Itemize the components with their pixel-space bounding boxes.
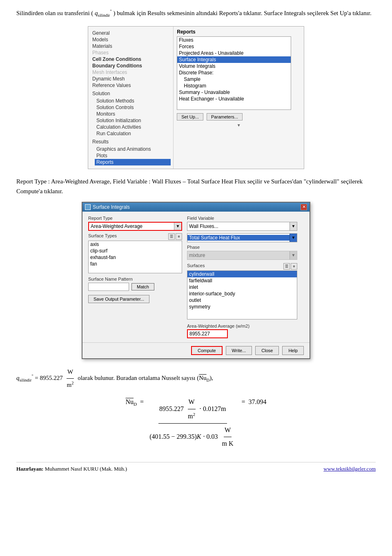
nav-materials[interactable]: Materials xyxy=(91,43,171,49)
report-histogram[interactable]: Histogram xyxy=(177,83,291,89)
footer-hazırlayan: Hazırlayan: xyxy=(16,466,43,472)
surfaces-label: Surfaces xyxy=(187,263,205,268)
parameters-button[interactable]: Parameters... xyxy=(207,113,243,121)
field-variable-sub-value: Total Surface Heat Flux xyxy=(187,235,290,241)
reports-list[interactable]: Fluxes Forces Projected Areas - Unavaila… xyxy=(177,36,291,110)
surface-type-clip-surf[interactable]: clip-surf xyxy=(89,248,182,254)
nav-solution-methods[interactable]: Solution Methods xyxy=(95,98,171,104)
setup-button[interactable]: Set Up... xyxy=(177,113,203,121)
phase-section: Phase mixture ▼ xyxy=(187,245,297,260)
surface-types-icon2[interactable]: ≡ xyxy=(176,233,182,240)
phase-arrow: ▼ xyxy=(290,251,297,259)
footer-website[interactable]: www.teknikbilgeler.com xyxy=(323,466,376,472)
bottom-scroll-indicator: ▼ xyxy=(177,123,301,127)
nav-reference-values[interactable]: Reference Values xyxy=(91,82,171,89)
pattern-row: Match xyxy=(88,283,182,291)
dialog-content: Report Type Area-Weighted Average ▼ Surf… xyxy=(82,212,310,342)
result-value: 8955.227 xyxy=(187,329,228,338)
dialog-titlebar: Surface Integrals ✕ xyxy=(82,203,310,212)
surface-types-icon1[interactable]: ☰ xyxy=(168,233,175,240)
surfaces-icon2[interactable]: ≡ xyxy=(291,263,297,270)
report-volume-integrals[interactable]: Volume Integrals xyxy=(177,63,291,69)
body-paragraph: Report Type : Area-Weighted Average, Fie… xyxy=(16,176,376,196)
pattern-label: Surface Name Pattern xyxy=(88,277,182,281)
report-type-arrow[interactable]: ▼ xyxy=(174,223,181,230)
report-type-value: Area-Weighted Average xyxy=(89,223,174,229)
surface-symmetry[interactable]: symmetry xyxy=(187,304,297,310)
titlebar-left: Surface Integrals xyxy=(85,204,130,210)
nav-solution-init[interactable]: Solution Initialization xyxy=(95,117,171,124)
phase-label: Phase xyxy=(187,245,297,250)
report-discrete-phase: Discrete Phase: xyxy=(177,69,291,76)
reports-panel-title: Reports xyxy=(177,29,301,35)
nav-section-results: Results xyxy=(91,138,171,145)
nav-models[interactable]: Models xyxy=(91,36,171,43)
nav-section-solution: Solution xyxy=(91,90,171,97)
surface-name-pattern-section: Surface Name Pattern Match xyxy=(88,277,182,291)
dialog-right-col: Field Variable Wall Fluxes... ▼ Total Su… xyxy=(187,216,297,338)
save-output-button[interactable]: Save Output Parameter... xyxy=(88,295,149,303)
dialog-container: Surface Integrals ✕ Report Type Area-Wei… xyxy=(16,202,376,359)
footer-author: Muhammet Nasıf KURU (Mak. Müh.) xyxy=(45,466,127,472)
surface-cylinderwall[interactable]: cylinderwall xyxy=(187,271,297,277)
surface-type-exhaust-fan[interactable]: exhaust-fan xyxy=(89,254,182,261)
pattern-input[interactable] xyxy=(88,283,129,291)
report-fluxes[interactable]: Fluxes xyxy=(177,37,291,43)
field-variable-value: Wall Fluxes... xyxy=(187,223,290,229)
surface-integrals-dialog: Surface Integrals ✕ Report Type Area-Wei… xyxy=(82,202,310,359)
surface-inlet[interactable]: inlet xyxy=(187,284,297,290)
nu-overline: NuD xyxy=(125,396,137,450)
match-button[interactable]: Match xyxy=(131,283,154,290)
close-dialog-button[interactable]: Close xyxy=(255,346,279,355)
write-button[interactable]: Write... xyxy=(226,346,252,355)
nav-solution-controls[interactable]: Solution Controls xyxy=(95,104,171,111)
nav-cell-zone[interactable]: Cell Zone Conditions xyxy=(91,56,171,63)
nav-boundary[interactable]: Boundary Conditions xyxy=(91,63,171,69)
dialog-footer: Compute Write... Close Help xyxy=(82,342,310,358)
nav-monitors[interactable]: Monitors xyxy=(95,111,171,117)
surface-type-axis[interactable]: axis xyxy=(89,241,182,248)
field-variable-sub-dropdown[interactable]: Total Surface Heat Flux ▼ xyxy=(187,233,297,242)
surface-type-fan[interactable]: fan xyxy=(89,261,182,267)
surfaces-icons: ☰ ≡ xyxy=(283,263,297,270)
surface-types-list[interactable]: axis clip-surf exhaust-fan fan xyxy=(88,241,182,273)
footer-left: Hazırlayan: Muhammet Nasıf KURU (Mak. Mü… xyxy=(16,466,127,472)
help-button[interactable]: Help xyxy=(282,346,304,355)
field-variable-arrow[interactable]: ▼ xyxy=(290,222,297,230)
surfaces-list[interactable]: cylinderwall farfieldwall inlet interior… xyxy=(187,270,297,319)
page-footer: Hazırlayan: Muhammet Nasıf KURU (Mak. Mü… xyxy=(16,462,376,472)
field-variable-dropdown[interactable]: Wall Fluxes... ▼ xyxy=(187,222,297,231)
surface-outlet[interactable]: outlet xyxy=(187,297,297,304)
surfaces-icon1[interactable]: ☰ xyxy=(283,263,290,270)
surface-farfieldwall[interactable]: farfieldwall xyxy=(187,277,297,284)
nav-general[interactable]: General xyxy=(91,30,171,36)
report-summary[interactable]: Summary - Unavailable xyxy=(177,89,291,96)
close-button[interactable]: ✕ xyxy=(301,204,307,210)
nav-plots[interactable]: Plots xyxy=(95,152,171,159)
report-type-dropdown[interactable]: Area-Weighted Average ▼ xyxy=(88,222,182,231)
report-sample[interactable]: Sample xyxy=(177,76,291,83)
nav-reports[interactable]: Reports xyxy=(95,159,171,165)
intro-paragraph: Silindirden olan ısı transferini ( qsili… xyxy=(16,8,376,19)
report-forces[interactable]: Forces xyxy=(177,43,291,50)
compute-button[interactable]: Compute xyxy=(191,346,223,355)
dialog-left-col: Report Type Area-Weighted Average ▼ Surf… xyxy=(88,216,182,338)
surface-types-header: Surface Types ☰ ≡ xyxy=(88,233,182,240)
phase-value: mixture xyxy=(187,252,290,258)
report-heat-exchanger[interactable]: Heat Exchanger - Unavailable xyxy=(177,96,291,102)
math-section: qsilindir" = 8955.227 W m2 olarak bulunu… xyxy=(16,366,376,450)
nav-mesh-interfaces: Mesh Interfaces xyxy=(91,69,171,76)
nav-dynamic-mesh[interactable]: Dynamic Mesh xyxy=(91,76,171,82)
field-variable-sub-arrow[interactable]: ▼ xyxy=(290,234,297,242)
result-label: Area-Weighted Average (w/m2) xyxy=(187,324,297,328)
nav-calc-activities[interactable]: Calculation Activities xyxy=(95,124,171,130)
math-formula: NuD = 8955.227 Wm2 ⋅ 0.0127m (401.55 − 2… xyxy=(16,396,376,450)
report-projected-areas[interactable]: Projected Areas - Unavailable xyxy=(177,50,291,56)
nav-graphics[interactable]: Graphics and Animations xyxy=(95,146,171,152)
report-surface-integrals[interactable]: Surface Integrals xyxy=(177,56,291,63)
nav-run-calc[interactable]: Run Calculation xyxy=(95,130,171,137)
phase-dropdown: mixture ▼ xyxy=(187,251,297,260)
reports-buttons-row: Set Up... Parameters... xyxy=(177,113,301,121)
surface-interior[interactable]: interior-surface_body xyxy=(187,290,297,297)
result-section: Area-Weighted Average (w/m2) 8955.227 xyxy=(187,324,297,338)
